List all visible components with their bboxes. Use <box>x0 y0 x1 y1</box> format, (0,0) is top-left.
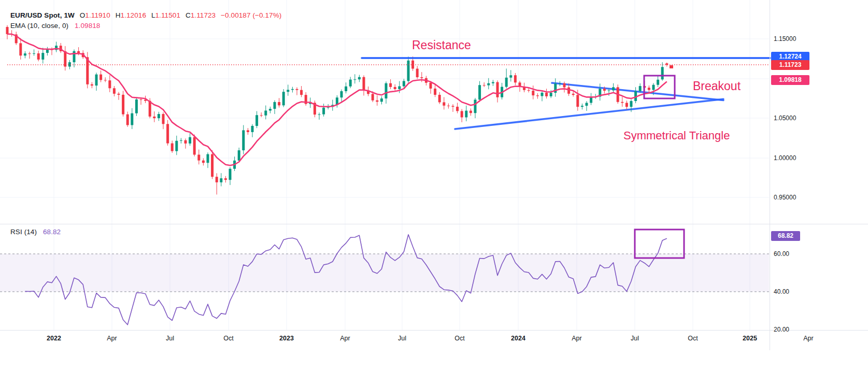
rsi-axis-label: 60.00 <box>774 250 789 257</box>
rsi-value: 68.82 <box>43 228 61 236</box>
annotation-resistance-label[interactable]: Resistance <box>412 38 471 52</box>
time-axis-label: Apr <box>107 335 117 342</box>
time-axis-label: 2023 <box>279 335 294 342</box>
close-label: C <box>186 11 191 19</box>
price-scale-border <box>770 0 770 350</box>
time-axis-border <box>0 330 868 331</box>
price-axis-label: 1.15000 <box>774 35 796 42</box>
time-axis-label: Jul <box>166 335 174 342</box>
price-badge-ema: 1.09818 <box>771 75 809 85</box>
pane-divider[interactable] <box>0 224 868 224</box>
time-axis-label: 2022 <box>47 335 61 342</box>
price-badge-last: 1.11723 <box>771 60 809 70</box>
time-axis-label: Jul <box>631 335 639 342</box>
ema-value: 1.09818 <box>75 22 101 30</box>
rsi-label[interactable]: RSI (14) <box>10 228 37 236</box>
time-axis-label: Apr <box>340 335 350 342</box>
low-value: 1.11501 <box>155 11 181 19</box>
high-label: H <box>116 11 121 19</box>
rsi-value-badge: 68.82 <box>771 231 800 241</box>
chart-canvas[interactable] <box>0 0 868 350</box>
close-value: 1.11723 <box>191 11 216 19</box>
time-axis-label: Oct <box>454 335 464 342</box>
time-axis-label: Oct <box>688 335 698 342</box>
symbol-name[interactable]: EUR/USD Spot, 1W <box>10 11 75 19</box>
low-label: L <box>151 11 155 19</box>
rsi-axis-label: 40.00 <box>774 288 789 295</box>
open-label: O <box>80 11 86 19</box>
ohlc-row: EUR/USD Spot, 1W O1.11910 H1.12016 L1.11… <box>10 11 281 19</box>
time-axis-label: Apr <box>572 335 581 342</box>
annotation-triangle-label[interactable]: Symmetrical Triangle <box>623 129 730 142</box>
price-axis-label: 1.00000 <box>774 154 796 162</box>
rsi-axis-label: 20.00 <box>774 326 789 333</box>
bottom-toolbar: TradingView <box>0 350 868 372</box>
price-axis-label: 0.95000 <box>774 194 796 201</box>
high-value: 1.12016 <box>121 11 147 19</box>
time-axis-label: Oct <box>223 335 233 342</box>
ema-label[interactable]: EMA (10, close, 0) <box>10 22 68 30</box>
time-axis-label: Apr <box>803 335 813 342</box>
rsi-row: RSI (14) 68.82 <box>10 228 61 236</box>
ema-row: EMA (10, close, 0) 1.09818 <box>10 22 100 30</box>
time-axis-label: 2024 <box>511 335 525 342</box>
annotation-breakout-label[interactable]: Breakout <box>693 79 741 93</box>
time-axis-label: Jul <box>398 335 406 342</box>
time-axis-label: 2025 <box>743 335 757 342</box>
price-axis-label: 1.05000 <box>774 115 796 122</box>
tradingview-chart-page: { "header": { "symbol": "EUR/USD Spot, 1… <box>0 0 868 372</box>
open-value: 1.11910 <box>85 11 110 19</box>
change-value: −0.00187 (−0.17%) <box>221 11 281 19</box>
